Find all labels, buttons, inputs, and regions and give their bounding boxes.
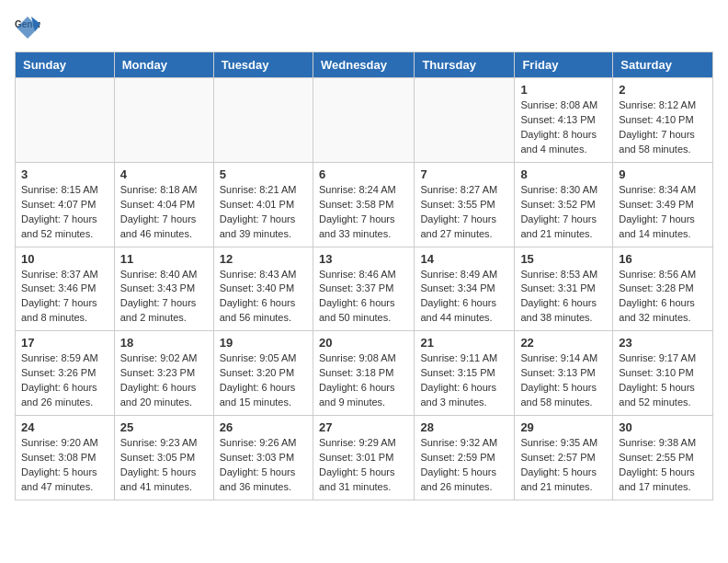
day-number: 28 (420, 420, 508, 434)
day-number: 3 (21, 167, 108, 181)
day-number: 5 (220, 167, 307, 181)
day-info: Sunrise: 8:18 AM Sunset: 4:04 PM Dayligh… (120, 183, 208, 242)
calendar-cell: 21Sunrise: 9:11 AM Sunset: 3:15 PM Dayli… (415, 331, 515, 416)
calendar-cell: 12Sunrise: 8:43 AM Sunset: 3:40 PM Dayli… (213, 247, 313, 331)
day-number: 11 (120, 252, 208, 266)
calendar-cell: 8Sunrise: 8:30 AM Sunset: 3:52 PM Daylig… (515, 162, 613, 247)
day-info: Sunrise: 8:30 AM Sunset: 3:52 PM Dayligh… (520, 183, 607, 242)
calendar-week-2: 3Sunrise: 8:15 AM Sunset: 4:07 PM Daylig… (16, 162, 713, 247)
calendar-cell: 7Sunrise: 8:27 AM Sunset: 3:55 PM Daylig… (415, 162, 515, 247)
calendar-cell: 23Sunrise: 9:17 AM Sunset: 3:10 PM Dayli… (613, 331, 713, 416)
weekday-header-thursday: Thursday (415, 52, 515, 78)
day-number: 6 (319, 167, 408, 181)
calendar-cell: 13Sunrise: 8:46 AM Sunset: 3:37 PM Dayli… (313, 247, 414, 331)
day-info: Sunrise: 8:53 AM Sunset: 3:31 PM Dayligh… (520, 268, 607, 327)
day-number: 18 (120, 336, 208, 350)
calendar-cell (213, 78, 313, 163)
day-number: 4 (120, 167, 208, 181)
calendar-cell: 5Sunrise: 8:21 AM Sunset: 4:01 PM Daylig… (213, 162, 313, 247)
day-number: 8 (520, 167, 607, 181)
calendar-cell: 4Sunrise: 8:18 AM Sunset: 4:04 PM Daylig… (114, 162, 213, 247)
day-info: Sunrise: 9:08 AM Sunset: 3:18 PM Dayligh… (319, 351, 408, 410)
day-number: 15 (520, 252, 607, 266)
day-info: Sunrise: 9:35 AM Sunset: 2:57 PM Dayligh… (520, 436, 607, 495)
calendar-cell: 18Sunrise: 9:02 AM Sunset: 3:23 PM Dayli… (114, 331, 213, 416)
calendar-cell: 28Sunrise: 9:32 AM Sunset: 2:59 PM Dayli… (415, 416, 515, 500)
day-number: 16 (619, 252, 707, 266)
day-number: 22 (520, 336, 607, 350)
calendar-week-4: 17Sunrise: 8:59 AM Sunset: 3:26 PM Dayli… (16, 331, 713, 416)
calendar-cell: 14Sunrise: 8:49 AM Sunset: 3:34 PM Dayli… (415, 247, 515, 331)
calendar-cell: 20Sunrise: 9:08 AM Sunset: 3:18 PM Dayli… (313, 331, 414, 416)
calendar-cell: 2Sunrise: 8:12 AM Sunset: 4:10 PM Daylig… (613, 78, 713, 163)
calendar-cell: 26Sunrise: 9:26 AM Sunset: 3:03 PM Dayli… (213, 416, 313, 500)
day-info: Sunrise: 8:27 AM Sunset: 3:55 PM Dayligh… (420, 183, 508, 242)
weekday-header-sunday: Sunday (16, 52, 115, 78)
weekday-header-row: SundayMondayTuesdayWednesdayThursdayFrid… (16, 52, 713, 78)
calendar-cell: 16Sunrise: 8:56 AM Sunset: 3:28 PM Dayli… (613, 247, 713, 331)
day-info: Sunrise: 9:26 AM Sunset: 3:03 PM Dayligh… (220, 436, 307, 495)
calendar-cell (415, 78, 515, 163)
day-number: 26 (220, 420, 307, 434)
day-info: Sunrise: 8:56 AM Sunset: 3:28 PM Dayligh… (619, 268, 707, 327)
day-number: 24 (21, 420, 108, 434)
day-info: Sunrise: 8:37 AM Sunset: 3:46 PM Dayligh… (21, 268, 108, 327)
calendar-cell: 10Sunrise: 8:37 AM Sunset: 3:46 PM Dayli… (16, 247, 115, 331)
day-number: 14 (420, 252, 508, 266)
day-number: 12 (220, 252, 307, 266)
day-info: Sunrise: 8:40 AM Sunset: 3:43 PM Dayligh… (120, 268, 208, 327)
day-number: 30 (619, 420, 707, 434)
calendar-cell: 22Sunrise: 9:14 AM Sunset: 3:13 PM Dayli… (515, 331, 613, 416)
weekday-header-saturday: Saturday (613, 52, 713, 78)
day-number: 20 (319, 336, 408, 350)
weekday-header-monday: Monday (114, 52, 213, 78)
day-number: 19 (220, 336, 307, 350)
weekday-header-wednesday: Wednesday (313, 52, 414, 78)
day-info: Sunrise: 8:21 AM Sunset: 4:01 PM Dayligh… (220, 183, 307, 242)
calendar-cell: 30Sunrise: 9:38 AM Sunset: 2:55 PM Dayli… (613, 416, 713, 500)
day-number: 23 (619, 336, 707, 350)
calendar-cell: 11Sunrise: 8:40 AM Sunset: 3:43 PM Dayli… (114, 247, 213, 331)
calendar-week-1: 1Sunrise: 8:08 AM Sunset: 4:13 PM Daylig… (16, 78, 713, 163)
day-info: Sunrise: 8:43 AM Sunset: 3:40 PM Dayligh… (220, 268, 307, 327)
day-info: Sunrise: 9:23 AM Sunset: 3:05 PM Dayligh… (120, 436, 208, 495)
day-number: 29 (520, 420, 607, 434)
day-info: Sunrise: 8:12 AM Sunset: 4:10 PM Dayligh… (619, 98, 707, 157)
day-info: Sunrise: 8:49 AM Sunset: 3:34 PM Dayligh… (420, 268, 508, 327)
calendar-cell: 15Sunrise: 8:53 AM Sunset: 3:31 PM Dayli… (515, 247, 613, 331)
header: General (15, 15, 713, 40)
day-info: Sunrise: 8:34 AM Sunset: 3:49 PM Dayligh… (619, 183, 707, 242)
calendar-cell: 3Sunrise: 8:15 AM Sunset: 4:07 PM Daylig… (16, 162, 115, 247)
day-number: 10 (21, 252, 108, 266)
calendar-week-5: 24Sunrise: 9:20 AM Sunset: 3:08 PM Dayli… (16, 416, 713, 500)
logo: General (15, 15, 44, 40)
calendar-cell: 1Sunrise: 8:08 AM Sunset: 4:13 PM Daylig… (515, 78, 613, 163)
day-info: Sunrise: 9:32 AM Sunset: 2:59 PM Dayligh… (420, 436, 508, 495)
day-number: 17 (21, 336, 108, 350)
day-number: 1 (520, 83, 607, 97)
calendar: SundayMondayTuesdayWednesdayThursdayFrid… (15, 52, 713, 500)
calendar-cell: 27Sunrise: 9:29 AM Sunset: 3:01 PM Dayli… (313, 416, 414, 500)
day-info: Sunrise: 8:46 AM Sunset: 3:37 PM Dayligh… (319, 268, 408, 327)
weekday-header-tuesday: Tuesday (213, 52, 313, 78)
calendar-cell: 24Sunrise: 9:20 AM Sunset: 3:08 PM Dayli… (16, 416, 115, 500)
day-info: Sunrise: 8:08 AM Sunset: 4:13 PM Dayligh… (520, 98, 607, 157)
day-number: 27 (319, 420, 408, 434)
calendar-week-3: 10Sunrise: 8:37 AM Sunset: 3:46 PM Dayli… (16, 247, 713, 331)
day-info: Sunrise: 9:38 AM Sunset: 2:55 PM Dayligh… (619, 436, 707, 495)
day-number: 2 (619, 83, 707, 97)
day-number: 21 (420, 336, 508, 350)
calendar-cell (16, 78, 115, 163)
day-info: Sunrise: 8:15 AM Sunset: 4:07 PM Dayligh… (21, 183, 108, 242)
calendar-cell: 25Sunrise: 9:23 AM Sunset: 3:05 PM Dayli… (114, 416, 213, 500)
day-number: 25 (120, 420, 208, 434)
calendar-cell: 17Sunrise: 8:59 AM Sunset: 3:26 PM Dayli… (16, 331, 115, 416)
day-number: 13 (319, 252, 408, 266)
day-info: Sunrise: 8:24 AM Sunset: 3:58 PM Dayligh… (319, 183, 408, 242)
calendar-cell: 9Sunrise: 8:34 AM Sunset: 3:49 PM Daylig… (613, 162, 713, 247)
day-info: Sunrise: 9:05 AM Sunset: 3:20 PM Dayligh… (220, 351, 307, 410)
day-info: Sunrise: 9:20 AM Sunset: 3:08 PM Dayligh… (21, 436, 108, 495)
calendar-cell (313, 78, 414, 163)
day-info: Sunrise: 9:02 AM Sunset: 3:23 PM Dayligh… (120, 351, 208, 410)
weekday-header-friday: Friday (515, 52, 613, 78)
